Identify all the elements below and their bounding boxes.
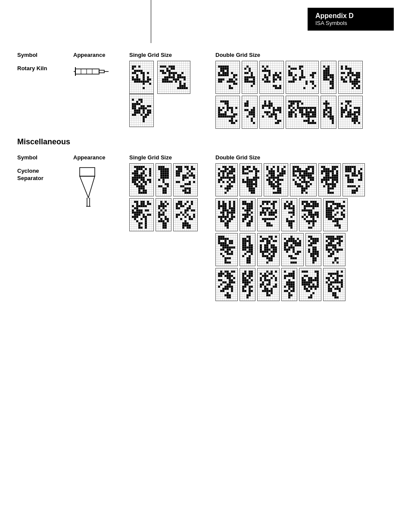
cyclone-single-grid-3 <box>173 163 198 196</box>
rotary-kiln-appearance <box>73 61 129 82</box>
col-double-header: Double Grid Size <box>215 52 260 58</box>
cyclone-double-grid-5 <box>318 163 341 196</box>
rotary-kiln-double-grid-9 <box>259 96 284 129</box>
rotary-kiln-double-grid-2 <box>242 61 258 94</box>
rotary-kiln-single-grids <box>129 61 215 127</box>
rotary-kiln-double-grid-11 <box>321 96 336 129</box>
misc-headers: Symbol Appearance Single Grid Size Doubl… <box>17 154 394 161</box>
cyclone-double-grid-13 <box>215 233 238 266</box>
cyclone-double-grid-23 <box>299 268 321 301</box>
misc-col-double-header: Double Grid Size <box>215 154 260 161</box>
header-divider <box>151 0 151 43</box>
cyclone-double-grid-21 <box>257 268 280 301</box>
rotary-kiln-double-grid-12 <box>338 96 363 129</box>
main-content: Symbol Appearance Single Grid Size Doubl… <box>17 52 394 305</box>
rotary-kiln-double-grid-8 <box>242 96 258 129</box>
appendix-subtitle: ISA Symbols <box>315 20 386 26</box>
rotary-kiln-double-grid-7 <box>215 96 240 129</box>
rotary-kiln-double-grid-6 <box>338 61 363 94</box>
rotary-kiln-single-grid-3 <box>129 94 154 127</box>
cyclone-double-grid-7 <box>215 198 238 231</box>
rotary-kiln-single-grid-2 <box>157 61 190 94</box>
svg-rect-2 <box>99 70 104 73</box>
col-appearance-header: Appearance <box>73 52 129 58</box>
cyclone-double-grid-18 <box>323 233 346 266</box>
cyclone-double-grid-4 <box>290 163 317 196</box>
cyclone-row: CycloneSeparator <box>17 163 394 301</box>
cyclone-single-grid-5 <box>156 198 171 231</box>
rotary-kiln-label: Rotary Kiln <box>17 61 73 72</box>
col-single-header: Single Grid Size <box>129 52 215 58</box>
cyclone-double-grid-16 <box>281 233 304 266</box>
misc-col-single-header: Single Grid Size <box>129 154 215 161</box>
appendix-title: Appendix D <box>315 12 386 20</box>
cyclone-single-grid-6 <box>173 198 198 231</box>
cyclone-double-grid-3 <box>264 163 288 196</box>
rotary-kiln-double-grid-10 <box>286 96 319 129</box>
rotary-kiln-double-grids <box>215 61 394 129</box>
rotary-kiln-single-grid-1 <box>129 61 154 94</box>
cyclone-single-grid-2 <box>156 163 171 196</box>
cyclone-double-grid-8 <box>240 198 255 231</box>
cyclone-double-grid-9 <box>257 198 280 231</box>
col-symbol-header: Symbol <box>17 52 73 58</box>
appendix-header: Appendix D ISA Symbols <box>308 8 394 31</box>
cyclone-double-grid-22 <box>281 268 297 301</box>
cyclone-double-grid-12 <box>323 198 348 231</box>
cyclone-double-grid-17 <box>305 233 321 266</box>
misc-col-appearance-header: Appearance <box>73 154 129 161</box>
rotary-kiln-double-grid-4 <box>286 61 319 94</box>
cyclone-single-grid-1 <box>129 163 154 196</box>
cyclone-double-grid-11 <box>299 198 321 231</box>
cyclone-appearance <box>73 163 129 215</box>
cyclone-double-grid-14 <box>240 233 255 266</box>
cyclone-double-grid-1 <box>215 163 238 196</box>
cyclone-single-grids <box>129 163 215 231</box>
rotary-kiln-double-grid-5 <box>321 61 336 94</box>
cyclone-double-grid-20 <box>240 268 255 301</box>
cyclone-double-grid-10 <box>281 198 297 231</box>
cyclone-double-grid-6 <box>342 163 365 196</box>
cyclone-label: CycloneSeparator <box>17 163 73 182</box>
cyclone-double-grid-24 <box>323 268 346 301</box>
cyclone-double-grids <box>215 163 394 301</box>
rotary-kiln-row: Rotary Kiln <box>17 61 394 129</box>
rotary-kiln-double-grid-1 <box>215 61 240 94</box>
svg-rect-8 <box>80 168 95 176</box>
svg-rect-0 <box>75 69 99 74</box>
rotary-kiln-svg <box>73 63 112 80</box>
rotary-kiln-double-grid-3 <box>259 61 284 94</box>
misc-section-header: Miscellaneous <box>17 137 394 146</box>
rotary-kiln-headers: Symbol Appearance Single Grid Size Doubl… <box>17 52 394 58</box>
cyclone-separator-svg <box>73 165 101 213</box>
cyclone-single-grid-4 <box>129 198 154 231</box>
svg-marker-9 <box>80 176 95 198</box>
cyclone-double-grid-2 <box>240 163 262 196</box>
cyclone-double-grid-19 <box>215 268 238 301</box>
cyclone-double-grid-15 <box>257 233 280 266</box>
misc-col-symbol-header: Symbol <box>17 154 73 161</box>
